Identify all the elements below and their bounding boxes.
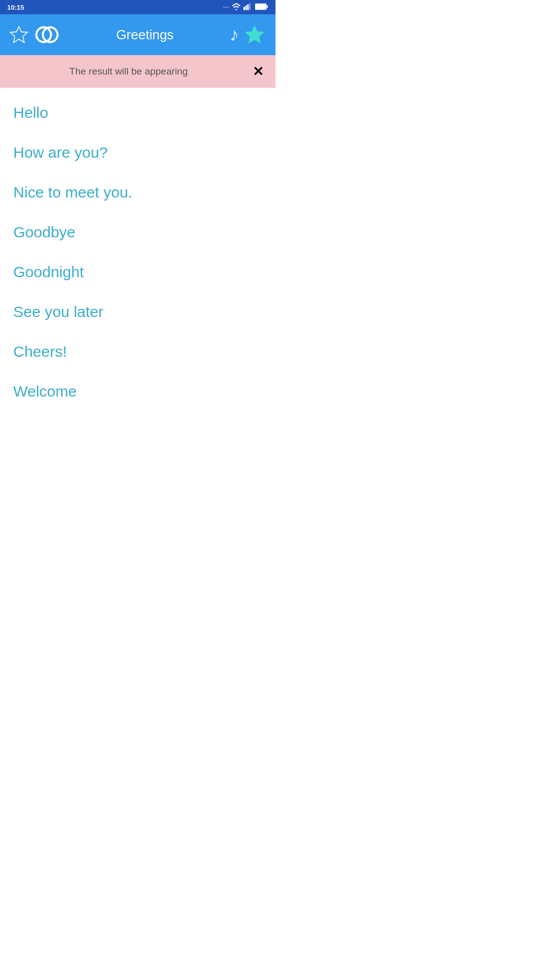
app-title: Greetings — [60, 27, 230, 43]
list-item[interactable]: Goodnight — [0, 252, 276, 292]
svg-rect-3 — [247, 4, 249, 10]
svg-marker-10 — [245, 26, 265, 44]
list-item[interactable]: Nice to meet you. — [0, 173, 276, 212]
svg-rect-5 — [255, 4, 266, 9]
greeting-text: Welcome — [13, 383, 77, 400]
svg-rect-4 — [249, 3, 251, 10]
list-item[interactable]: Welcome — [0, 372, 276, 411]
banner-text: The result will be appearing — [8, 66, 249, 77]
app-bar-right: ♪ — [230, 22, 267, 47]
greeting-text: How are you? — [13, 144, 108, 161]
greeting-text: Cheers! — [13, 343, 67, 360]
signal-icon — [243, 3, 253, 12]
app-bar: Greetings ♪ — [0, 14, 276, 55]
battery-icon — [255, 3, 268, 12]
star-outline-icon — [8, 24, 30, 45]
greeting-text: Hello — [13, 104, 48, 121]
greeting-text: Nice to meet you. — [13, 184, 132, 201]
list-item[interactable]: Goodbye — [0, 212, 276, 252]
svg-rect-1 — [243, 7, 245, 10]
svg-marker-7 — [10, 27, 28, 42]
banner: The result will be appearing ✕ — [0, 55, 276, 88]
music-note-icon: ♪ — [230, 24, 239, 45]
svg-rect-6 — [267, 5, 268, 8]
star-filled-icon — [242, 22, 267, 47]
list-item[interactable]: Hello — [0, 93, 276, 133]
greeting-list: Hello How are you? Nice to meet you. Goo… — [0, 88, 276, 416]
logo-icon — [34, 21, 60, 48]
svg-rect-2 — [245, 5, 247, 10]
banner-close-button[interactable]: ✕ — [249, 62, 267, 81]
status-time: 10:15 — [7, 4, 24, 11]
greeting-text: Goodbye — [13, 224, 76, 240]
greeting-text: See you later — [13, 303, 104, 320]
app-bar-left — [8, 21, 60, 48]
status-dots: ··· — [223, 5, 229, 10]
list-item[interactable]: How are you? — [0, 133, 276, 173]
list-item[interactable]: See you later — [0, 292, 276, 332]
close-icon: ✕ — [253, 65, 264, 78]
greeting-text: Goodnight — [13, 263, 84, 280]
wifi-icon — [232, 3, 241, 12]
svg-point-0 — [236, 9, 237, 10]
status-bar: 10:15 ··· — [0, 0, 276, 14]
status-icons: ··· — [223, 3, 268, 12]
list-item[interactable]: Cheers! — [0, 332, 276, 372]
